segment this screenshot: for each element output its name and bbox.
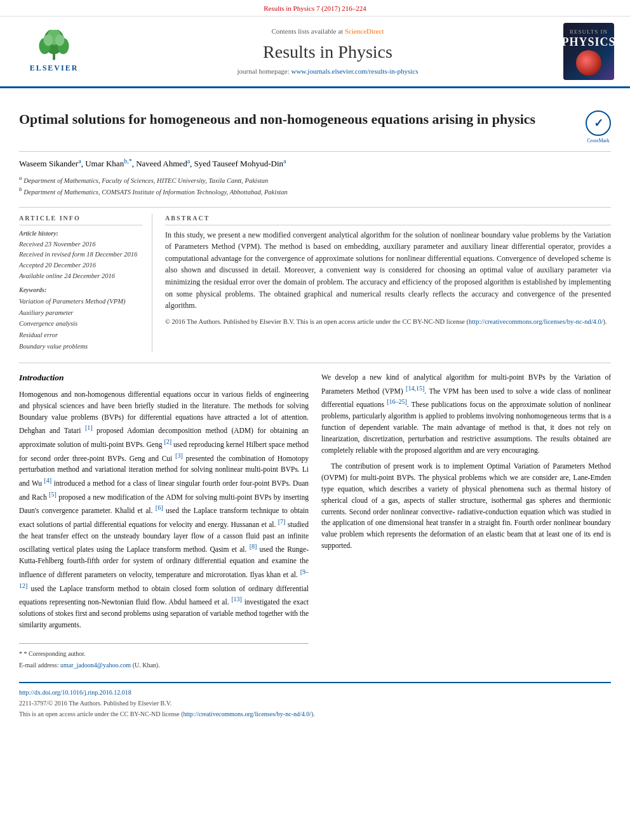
footer-doi: http://dx.doi.org/10.1016/j.rinp.2016.12… bbox=[19, 687, 611, 698]
available-date: Available online 24 December 2016 bbox=[19, 271, 142, 282]
received-date: Received 23 November 2016 bbox=[19, 239, 142, 250]
contents-line: Contents lists available at ScienceDirec… bbox=[271, 27, 384, 36]
abstract-label: ABSTRACT bbox=[165, 214, 611, 225]
accepted-date: Accepted 20 December 2016 bbox=[19, 260, 142, 271]
sciencedirect-link[interactable]: ScienceDirect bbox=[345, 27, 384, 35]
badge-results-text: results in bbox=[570, 28, 608, 36]
keywords-list: Variation of Parameters Method (VPM) Aux… bbox=[19, 296, 142, 352]
article-info-label: ARTICLE INFO bbox=[19, 214, 142, 225]
ref-4[interactable]: [4] bbox=[44, 477, 52, 484]
journal-badge: results in PHYSICS bbox=[563, 23, 614, 80]
ref-1[interactable]: [1] bbox=[85, 424, 93, 431]
dates-section: Received 23 November 2016 Received in re… bbox=[19, 239, 142, 282]
journal-header: ELSEVIER Contents lists available at Sci… bbox=[0, 17, 630, 88]
ref-16-25[interactable]: [16–25] bbox=[387, 398, 407, 405]
footer-license-link[interactable]: http://creativecommons.org/licenses/by-n… bbox=[184, 710, 311, 717]
ref-8[interactable]: [8] bbox=[250, 543, 257, 550]
keyword-3: Convergence analysis bbox=[19, 318, 142, 330]
keyword-1: Variation of Parameters Method (VPM) bbox=[19, 296, 142, 307]
article-info-right: ABSTRACT In this study, we present a new… bbox=[165, 214, 611, 352]
article-info-left: ARTICLE INFO Article history: Received 2… bbox=[19, 214, 152, 352]
header-left: ELSEVIER bbox=[13, 23, 95, 80]
affiliation-b: b Department of Mathematics, COMSATS Ins… bbox=[19, 185, 611, 197]
badge-physics-text: PHYSICS bbox=[563, 36, 614, 48]
body-left: Introduction Homogenous and non-homogeno… bbox=[19, 372, 309, 672]
homepage-link[interactable]: www.journals.elsevier.com/results-in-phy… bbox=[291, 67, 418, 75]
crossmark-icon: ✓ bbox=[586, 110, 611, 136]
footnote-email-label: E-mail address: bbox=[19, 662, 58, 669]
badge-circle-image bbox=[576, 50, 601, 76]
footer-issn: 2211-3797/© 2016 The Authors. Published … bbox=[19, 698, 611, 709]
sciencedirect-label: ScienceDirect bbox=[345, 27, 384, 35]
header-right: results in PHYSICS bbox=[560, 23, 617, 80]
article-info-row: ARTICLE INFO Article history: Received 2… bbox=[19, 207, 611, 352]
crossmark-badge: ✓ CrossMark bbox=[586, 110, 611, 144]
keywords-label: Keywords: bbox=[19, 286, 142, 295]
copyright-line: © 2016 The Authors. Published by Elsevie… bbox=[165, 317, 611, 327]
footnote-email-name: (U. Khan). bbox=[133, 662, 160, 669]
authors-line: Waseem Sikandera, Umar Khanb,*, Naveed A… bbox=[19, 152, 611, 173]
intro-para1: Homogenous and non-homogenous differenti… bbox=[19, 389, 309, 631]
keyword-5: Boundary value problems bbox=[19, 341, 142, 352]
revised-date: Received in revised form 18 December 201… bbox=[19, 250, 142, 260]
footnote-corresponding: * * Corresponding author. bbox=[19, 649, 309, 658]
svg-point-5 bbox=[44, 34, 53, 46]
doi-bar: Results in Physics 7 (2017) 216–224 bbox=[0, 0, 630, 17]
page-footer: http://dx.doi.org/10.1016/j.rinp.2016.12… bbox=[19, 682, 611, 719]
footnote-star: * bbox=[19, 650, 24, 657]
cc-license-link[interactable]: http://creativecommons.org/licenses/by-n… bbox=[469, 318, 603, 325]
header-center: Contents lists available at ScienceDirec… bbox=[102, 23, 554, 80]
footnote-area: * * Corresponding author. E-mail address… bbox=[19, 643, 309, 670]
article-content: Optimal solutions for homogeneous and no… bbox=[0, 88, 630, 732]
introduction-text: Homogenous and non-homogenous differenti… bbox=[19, 389, 309, 631]
journal-title: Results in Physics bbox=[263, 39, 392, 64]
ref-13[interactable]: [13] bbox=[231, 596, 242, 603]
keyword-4: Residual error bbox=[19, 330, 142, 341]
ref-7[interactable]: [7] bbox=[278, 518, 286, 525]
footer-doi-text: http://dx.doi.org/10.1016/j.rinp.2016.12… bbox=[19, 689, 131, 696]
body-right-text: We develop a new kind of analytical algo… bbox=[321, 372, 611, 552]
footnote-email-address: umar_jadoon4@yahoo.com bbox=[60, 662, 131, 669]
article-title-section: Optimal solutions for homogeneous and no… bbox=[19, 101, 611, 151]
ref-9-12[interactable]: [9–12] bbox=[19, 568, 309, 589]
doi-text: Results in Physics 7 (2017) 216–224 bbox=[264, 4, 366, 12]
right-para2: The contribution of present work is to i… bbox=[321, 461, 611, 552]
ref-3[interactable]: [3] bbox=[175, 452, 183, 459]
introduction-heading: Introduction bbox=[19, 372, 309, 384]
article-history-label: Article history: bbox=[19, 229, 142, 238]
elsevier-logo: ELSEVIER bbox=[30, 30, 79, 74]
ref-6[interactable]: [6] bbox=[156, 504, 163, 511]
contents-label: Contents lists available at bbox=[271, 27, 343, 35]
affiliations: a Department of Mathematics, Faculty of … bbox=[19, 172, 611, 199]
footnote-email: E-mail address: umar_jadoon4@yahoo.com (… bbox=[19, 660, 309, 670]
article-title: Optimal solutions for homogeneous and no… bbox=[19, 110, 576, 129]
crossmark-label: CrossMark bbox=[587, 137, 610, 144]
footnote-email-link[interactable]: umar_jadoon4@yahoo.com bbox=[60, 662, 133, 669]
ref-2[interactable]: [2] bbox=[164, 438, 171, 445]
elsevier-tree-icon bbox=[35, 30, 73, 62]
ref-5[interactable]: [5] bbox=[49, 491, 57, 498]
footer-doi-link[interactable]: http://dx.doi.org/10.1016/j.rinp.2016.12… bbox=[19, 689, 131, 696]
svg-point-6 bbox=[55, 34, 65, 46]
ref-14-15[interactable]: [14,15] bbox=[406, 385, 424, 392]
abstract-text: In this study, we present a new modified… bbox=[165, 229, 611, 312]
footer-license: This is an open access article under the… bbox=[19, 709, 611, 719]
keyword-2: Auxiliary parameter bbox=[19, 307, 142, 319]
main-body: Introduction Homogenous and non-homogeno… bbox=[19, 363, 611, 672]
journal-homepage: journal homepage: www.journals.elsevier.… bbox=[238, 67, 419, 76]
elsevier-wordmark: ELSEVIER bbox=[30, 63, 79, 74]
affiliation-a: a Department of Mathematics, Faculty of … bbox=[19, 174, 611, 185]
body-right: We develop a new kind of analytical algo… bbox=[321, 372, 611, 672]
footnote-corresponding-text: * Corresponding author. bbox=[24, 650, 86, 657]
right-para1: We develop a new kind of analytical algo… bbox=[321, 372, 611, 456]
footer-license-link-text: http://creativecommons.org/licenses/by-n… bbox=[184, 710, 311, 717]
